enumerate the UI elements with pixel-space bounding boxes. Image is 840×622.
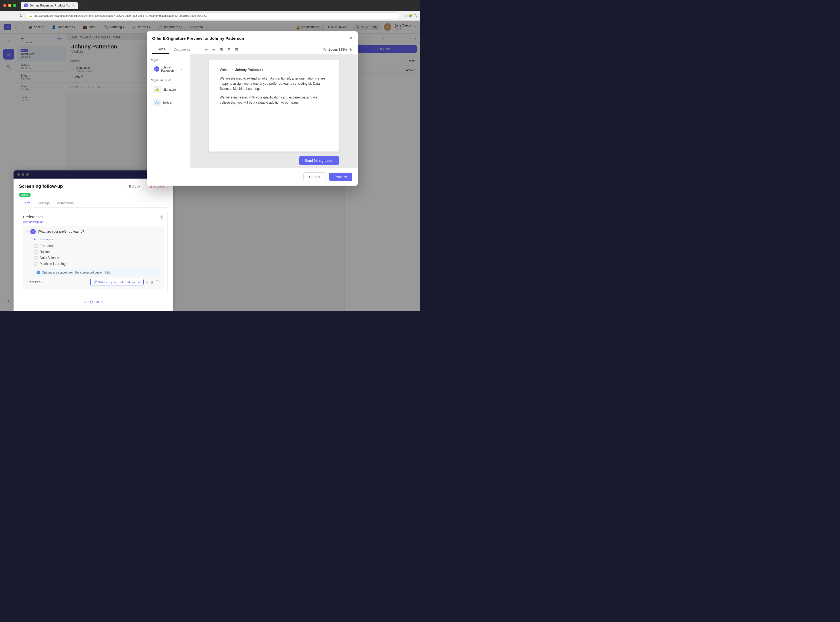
drag-handle[interactable]: ⠿ — [26, 230, 28, 233]
signature-field-icon: ✍ — [154, 86, 161, 93]
grid-btn[interactable]: ⊞ — [219, 47, 224, 52]
question-block: ⠿ ● What are your preferred teams? Add d… — [23, 226, 164, 289]
radio-datascience[interactable] — [34, 256, 38, 260]
doc-paragraph1: We are pleased to extend an offer! As me… — [220, 76, 328, 92]
undo-btn[interactable]: ↩ — [203, 47, 209, 52]
browser-chrome: A Johnny Patterson: Product M... ✕ + — [0, 0, 420, 11]
doc-paragraph2: We were impressed with your qualificatio… — [220, 95, 328, 105]
form-panel: Screening follow-up ⊟ Copy 🗑 Archive Act… — [14, 171, 173, 311]
table-btn[interactable]: ⊡ — [234, 47, 239, 52]
question-number: ● — [30, 229, 36, 234]
field-tag-actions: ⊟ 🗑 — [146, 280, 154, 284]
send-for-signature-btn[interactable]: Send for signature — [299, 156, 339, 165]
sig-fields-title: Signature fields — [151, 78, 185, 82]
fp-dot-3 — [26, 173, 29, 176]
required-row: Required? 🔗 What are your preferred team… — [26, 276, 160, 287]
tab-close-btn[interactable]: ✕ — [72, 4, 75, 7]
copy-icon: ⊟ — [128, 184, 131, 188]
tab-favicon: A — [24, 3, 28, 7]
profile-icon[interactable]: A — [415, 14, 417, 18]
back-btn[interactable]: ← — [3, 14, 9, 18]
form-title: Screening follow-up — [19, 184, 63, 189]
cancel-btn[interactable]: Cancel — [303, 172, 326, 181]
copy-btn[interactable]: ⊟ — [226, 47, 232, 52]
new-tab-btn[interactable]: + — [79, 3, 81, 8]
url-text: app.ashbyhq.com/candidates/pipeline/acti… — [34, 14, 207, 17]
modal-toolbar: ↩ ↪ ⊞ ⊟ ⊡ — [199, 47, 239, 52]
forward-btn[interactable]: → — [11, 14, 16, 18]
preview-btn[interactable]: Preview — [329, 172, 352, 181]
app: A ⌂ | ▦ Pipeline 👤 Candidates ▾ 💼 Jobs ▾… — [0, 21, 420, 311]
radio-backend[interactable] — [34, 250, 38, 254]
required-actions: 🔗 What are your preferred teams? ⊟ 🗑 — [90, 279, 159, 285]
copy-form-btn[interactable]: ⊟ Copy — [125, 183, 143, 190]
form-tab-settings[interactable]: Settings — [34, 200, 53, 207]
modal-tab-documents[interactable]: Documents — [169, 46, 195, 53]
radio-option-backend: Backend — [34, 249, 160, 255]
form-content: Screening follow-up ⊟ Copy 🗑 Archive Act… — [14, 178, 173, 311]
close-window-btn[interactable] — [3, 4, 6, 7]
link-icon: 🔗 — [93, 280, 97, 284]
add-question-btn[interactable]: Add Question — [84, 300, 104, 304]
initials-field-icon: Aa — [154, 99, 161, 106]
refresh-btn[interactable]: ↻ — [18, 14, 24, 18]
field-tag[interactable]: 🔗 What are your preferred teams? — [90, 279, 144, 285]
delete-section-btn[interactable]: 🗑 — [160, 215, 164, 219]
radio-ml[interactable] — [34, 262, 38, 266]
extensions-icon[interactable]: 🧩 — [409, 14, 413, 18]
modal-footer: Cancel Preview — [147, 168, 358, 186]
form-tab-automation[interactable]: Automation — [53, 200, 78, 207]
info-text: Options are synced from the connected cu… — [42, 271, 111, 274]
info-icon: i — [37, 271, 40, 274]
initials-field-item[interactable]: Aa Initials — [151, 97, 185, 108]
question-text: What are your preferred teams? — [38, 230, 84, 233]
copy-field-btn[interactable]: ⊟ — [146, 280, 149, 284]
fullscreen-window-btn[interactable] — [13, 4, 16, 7]
radio-label-datascience: Data Science — [40, 256, 59, 260]
lock-icon: 🔒 — [29, 14, 32, 17]
form-title-row: Screening follow-up ⊟ Copy 🗑 Archive — [19, 183, 168, 190]
radio-label-ml: Machine Learning — [40, 262, 66, 266]
radio-label-backend: Backend — [40, 250, 52, 254]
modal-tab-fields[interactable]: Fields — [152, 45, 169, 54]
modal-title: Offer E-Signature Preview for Johnny Pat… — [152, 36, 244, 41]
radio-option-datascience: Data Science — [34, 255, 160, 261]
add-desc-question-btn[interactable]: Add description — [34, 238, 54, 241]
modal-close-btn[interactable]: × — [350, 36, 352, 41]
required-label: Required? — [27, 280, 42, 284]
minimize-window-btn[interactable] — [8, 4, 11, 7]
active-badge: Active — [19, 193, 30, 197]
add-desc-btn[interactable]: Add description — [23, 220, 164, 224]
preferences-section: Preferences 🗑 Add description ⠿ ● What a… — [19, 211, 168, 293]
tab-bar: A Johnny Patterson: Product M... ✕ + — [21, 2, 417, 9]
radio-option-frontend: Frontend — [34, 243, 160, 249]
offer-signature-modal: Offer E-Signature Preview for Johnny Pat… — [147, 31, 358, 186]
modal-left-panel: Signer JP Johnny Patterson ▾ Signature f… — [147, 54, 190, 168]
address-bar: ← → ↻ 🔒 app.ashbyhq.com/candidates/pipel… — [0, 11, 420, 21]
signature-field-item[interactable]: ✍ Signature — [151, 84, 185, 95]
traffic-lights — [3, 4, 16, 7]
radio-option-ml: Machine Learning — [34, 261, 160, 267]
add-question-area: Add Question — [19, 297, 168, 307]
zoom-out-btn[interactable]: ⊖ — [323, 47, 326, 52]
fp-dot-1 — [17, 173, 20, 176]
zoom-in-btn[interactable]: ⊕ — [349, 47, 352, 52]
required-checkbox[interactable] — [155, 280, 159, 284]
info-box: i Options are synced from the connected … — [34, 269, 160, 276]
underlined-text: Data Science, Machine Learning — [220, 82, 320, 91]
zoom-control: ⊖ Zoom: 118% ⊕ — [323, 47, 352, 52]
signature-field-label: Signature — [163, 88, 176, 91]
bookmark-icon[interactable]: ☆ — [404, 14, 407, 18]
redo-btn[interactable]: ↪ — [211, 47, 216, 52]
zoom-label: Zoom: 118% — [329, 47, 347, 52]
modal-tabs-row: Fields Documents ↩ ↪ ⊞ ⊟ ⊡ ⊖ Zoom: 118% … — [147, 45, 358, 54]
active-tab[interactable]: A Johnny Patterson: Product M... ✕ — [21, 2, 78, 9]
form-tab-form[interactable]: Form — [19, 200, 34, 207]
url-bar[interactable]: 🔒 app.ashbyhq.com/candidates/pipeline/ac… — [26, 12, 400, 19]
radio-frontend[interactable] — [34, 244, 38, 248]
doc-greeting: Welcome Johnny Patterson, — [220, 68, 328, 72]
fp-dots — [17, 173, 29, 176]
delete-field-btn[interactable]: 🗑 — [150, 280, 154, 284]
signer-select[interactable]: JP Johnny Patterson ▾ — [151, 64, 185, 74]
signer-avatar: JP — [154, 66, 159, 72]
